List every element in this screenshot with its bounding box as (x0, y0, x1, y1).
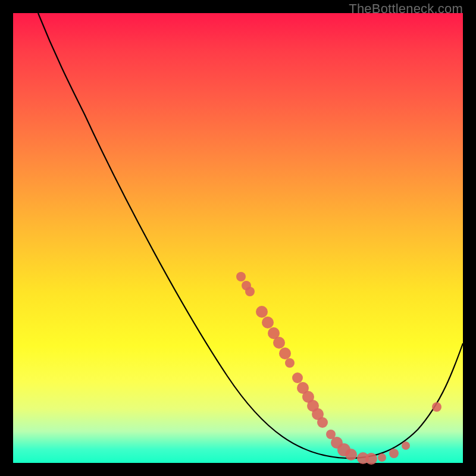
data-point (365, 453, 377, 465)
data-point (317, 417, 328, 428)
data-point (245, 287, 255, 296)
data-point (389, 449, 399, 458)
data-point (292, 372, 303, 383)
data-point (378, 453, 386, 462)
curve-line (38, 13, 463, 458)
data-point (273, 337, 285, 349)
data-point (262, 317, 274, 328)
data-point (236, 272, 246, 281)
data-point (279, 347, 291, 359)
data-point (256, 306, 268, 318)
data-point (285, 358, 295, 368)
data-point (402, 441, 410, 450)
data-point (345, 449, 357, 461)
chart-frame (13, 13, 463, 463)
watermark-text: TheBottleneck.com (349, 1, 463, 17)
chart-svg (13, 13, 463, 463)
data-point (432, 402, 441, 412)
